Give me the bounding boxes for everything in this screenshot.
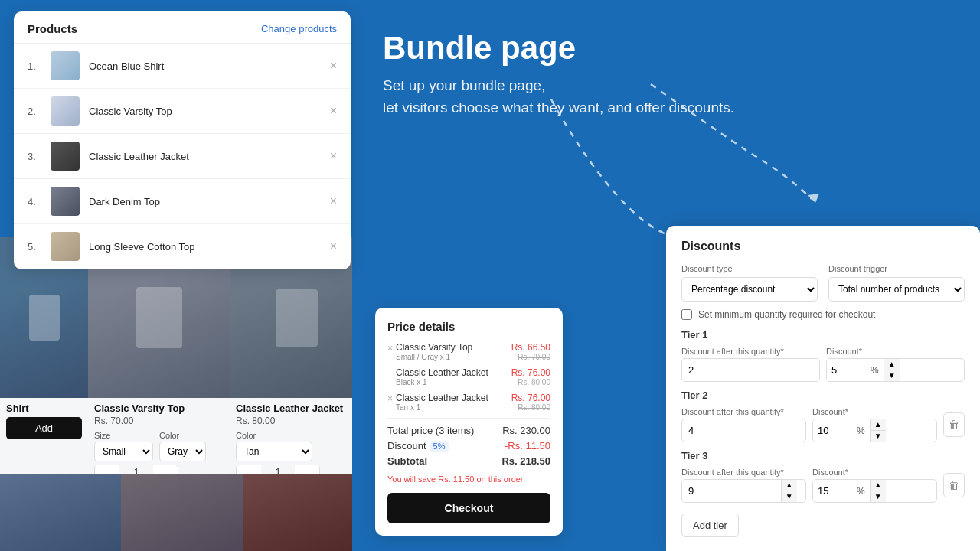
subtotal-label: Subtotal (387, 455, 427, 467)
item-price: Rs. 76.00 (511, 367, 550, 378)
remove-icon: × (387, 393, 393, 404)
stepper-up-button[interactable]: ▲ (871, 419, 886, 431)
tier-3-stepper: ▲ ▼ (870, 480, 886, 502)
discounts-panel: Discounts Discount type Percentage disco… (666, 226, 980, 551)
discount-type-label: Discount type (681, 264, 818, 273)
add-to-bundle-button[interactable]: Add (6, 417, 82, 439)
product-title: Classic Varsity Top (94, 403, 224, 414)
tier-2-discount-input[interactable] (813, 419, 855, 442)
remove-product-button[interactable]: × (330, 59, 337, 73)
discount-trigger-label: Discount trigger (828, 264, 965, 273)
min-qty-checkbox[interactable] (681, 309, 692, 320)
stepper-down-button[interactable]: ▼ (871, 491, 886, 502)
svg-rect-1 (136, 287, 182, 348)
tier-2-qty-input[interactable] (681, 419, 806, 442)
svg-marker-4 (808, 194, 819, 203)
min-qty-label: Set minimum quantity required for checko… (698, 309, 875, 320)
product-name: Long Sleeve Cotton Top (89, 241, 321, 253)
tier-1-row: Discount after this quantity* Discount* … (681, 347, 965, 382)
tier-2-qty-group: Discount after this quantity* (681, 407, 806, 442)
remove-product-button[interactable]: × (330, 149, 337, 163)
add-tier-button[interactable]: Add tier (681, 514, 739, 537)
product-title: Classic Leather Jacket (236, 403, 358, 414)
item-price: Rs. 76.00 (511, 393, 550, 403)
discount-badge: 5% (430, 441, 449, 452)
stepper-down-button[interactable]: ▼ (782, 491, 797, 502)
tier-3-qty-label: Discount after this quantity* (681, 468, 806, 477)
product-name: Dark Denim Top (89, 196, 321, 207)
products-card: Products Change products 1. Ocean Blue S… (14, 11, 351, 269)
tier-3-qty-group: Discount after this quantity* ▲ ▼ (681, 468, 806, 503)
price-details-title: Price details (387, 320, 550, 333)
remove-product-button[interactable]: × (330, 194, 337, 208)
tier-1-discount-input[interactable] (827, 359, 869, 381)
shirt-product-column: Shirt Add (0, 237, 88, 497)
item-price: Rs. 66.50 (511, 342, 550, 353)
list-item: 1. Ocean Blue Shirt × (14, 44, 351, 89)
size-label: Size (94, 431, 153, 440)
color-select[interactable]: TanBlackBrown (236, 442, 312, 461)
color-label: Color (159, 431, 206, 440)
tier-3-qty-stepper: ▲ ▼ (781, 480, 797, 502)
tier-3-qty-input[interactable] (682, 480, 781, 502)
product-num: 1. (28, 60, 41, 72)
tier-3-discount-group: Discount* % ▲ ▼ (812, 468, 937, 503)
item-original-price: Rs. 80.00 (511, 403, 550, 412)
size-select[interactable]: SmallMediumLarge (94, 442, 153, 461)
stepper-down-button[interactable]: ▼ (871, 431, 886, 442)
discount-type-row: Discount type Percentage discount Fixed … (681, 264, 965, 302)
product-name: Classic Leather Jacket (89, 151, 321, 162)
item-name: Classic Varsity Top (396, 342, 511, 353)
item-sub: Black x 1 (396, 378, 511, 386)
remove-product-button[interactable]: × (330, 240, 337, 253)
discount-trigger-select[interactable]: Total number of products Order value (828, 277, 965, 302)
item-original-price: Rs. 80.00 (511, 378, 550, 386)
discount-type-select[interactable]: Percentage discount Fixed amount (681, 277, 818, 302)
product-price: Rs. 70.00 (94, 416, 224, 426)
total-row: Total price (3 items) Rs. 230.00 (387, 425, 550, 436)
hero-text-area: Bundle page Set up your bundle page, let… (352, 0, 980, 134)
remove-icon: × (387, 343, 393, 354)
product-thumbnail (51, 51, 80, 80)
min-qty-row: Set minimum quantity required for checko… (681, 309, 965, 320)
delete-tier-button[interactable]: 🗑 (943, 412, 965, 437)
list-item: 4. Dark Denim Top × (14, 179, 351, 224)
subtotal-row: Subtotal Rs. 218.50 (387, 455, 550, 467)
discount-label: Discount (387, 440, 426, 452)
product-num: 2. (28, 106, 41, 117)
price-line-item: × Classic Varsity Top Small / Gray x 1 R… (387, 342, 550, 361)
tier-1-qty-input[interactable] (681, 358, 820, 382)
product-num: 3. (28, 151, 41, 162)
remove-product-button[interactable]: × (330, 104, 337, 118)
product-thumbnail (51, 187, 80, 216)
svg-rect-2 (276, 289, 318, 347)
color-select[interactable]: GrayBlue (159, 442, 206, 461)
stepper-up-button[interactable]: ▲ (884, 359, 900, 370)
price-details-card: Price details × Classic Varsity Top Smal… (375, 308, 563, 536)
delete-tier-button[interactable]: 🗑 (943, 473, 965, 497)
tier-2-stepper: ▲ ▼ (870, 419, 886, 442)
tier-3-discount-label: Discount* (812, 468, 937, 477)
item-sub: Small / Gray x 1 (396, 353, 511, 361)
tier-1-section: Tier 1 Discount after this quantity* Dis… (681, 329, 965, 382)
stepper-up-button[interactable]: ▲ (871, 480, 886, 491)
tier-2-title: Tier 2 (681, 390, 965, 401)
checkout-button[interactable]: Checkout (387, 493, 550, 523)
discount-value: -Rs. 11.50 (505, 440, 550, 452)
product-thumbnail (51, 142, 80, 171)
tier-3-percent-group: % ▲ ▼ (812, 479, 937, 503)
tier-2-qty-label: Discount after this quantity* (681, 407, 806, 416)
change-products-link[interactable]: Change products (261, 23, 337, 34)
save-notice: You will save Rs. 11.50 on this order. (387, 474, 550, 484)
tier-1-discount-group: Discount* % ▲ ▼ (826, 347, 965, 382)
stepper-up-button[interactable]: ▲ (782, 480, 797, 491)
tier-1-percent-group: % ▲ ▼ (826, 358, 965, 382)
tier-2-discount-label: Discount* (812, 407, 937, 416)
stepper-down-button[interactable]: ▼ (884, 370, 900, 381)
total-value: Rs. 230.00 (502, 425, 550, 436)
products-list: 1. Ocean Blue Shirt × 2. Classic Varsity… (14, 44, 351, 269)
varsity-product-column: Classic Varsity Top Rs. 70.00 Size Small… (88, 237, 230, 497)
plaid-image (243, 474, 364, 551)
price-line-item: × Classic Leather Jacket Tan x 1 Rs. 76.… (387, 393, 550, 412)
tier-3-discount-input[interactable] (813, 480, 855, 502)
